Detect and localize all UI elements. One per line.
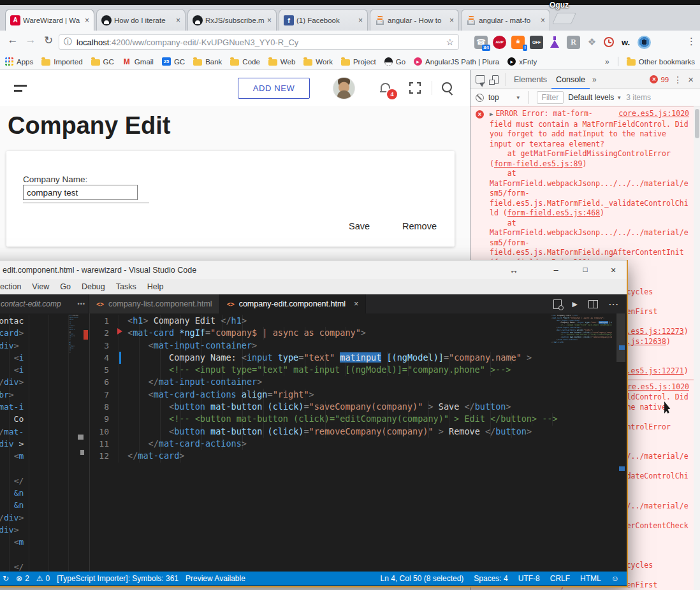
menu-ection[interactable]: ection xyxy=(0,282,21,291)
console-scrollbar[interactable] xyxy=(694,106,700,590)
left-editor-pane[interactable]: 1<h1>Contac2<mat-card>3 <div>4 <i5 <i6 <… xyxy=(0,315,69,572)
browser-tab[interactable]: RxJS/subscribe.m× xyxy=(187,9,277,31)
tab-close-icon[interactable]: × xyxy=(176,16,180,25)
editor-tab[interactable]: company-edit.component.html× xyxy=(220,294,367,313)
vscode-maximize-button[interactable]: □ xyxy=(579,265,592,274)
bookmarks-overflow-icon[interactable]: » xyxy=(605,57,609,66)
extension-wdot-icon[interactable] xyxy=(619,36,632,49)
browser-tab[interactable]: WareWizard | Wa× xyxy=(5,9,94,31)
search-icon[interactable] xyxy=(442,82,452,92)
extension-dropbox-icon[interactable] xyxy=(585,36,599,49)
log-levels-dropdown[interactable]: Default levels ▼ xyxy=(568,93,622,102)
cursor-position[interactable]: Ln 4, Col 50 (8 selected) xyxy=(381,574,464,583)
menu-help[interactable]: Help xyxy=(147,282,164,291)
minimap[interactable]: <h1> Company Edit </h1><mat-card *ngIf="… xyxy=(551,315,612,348)
overview-ruler[interactable] xyxy=(615,313,627,572)
clear-console-icon[interactable] xyxy=(476,94,484,102)
left-editor-group-tab[interactable]: contact-edit.comp ••• xyxy=(0,294,89,313)
tab-elements[interactable]: Elements xyxy=(509,70,551,89)
error-count-badge[interactable]: 99 xyxy=(650,75,669,83)
bookmark-item[interactable]: GC xyxy=(91,58,114,66)
page-info-icon[interactable]: ⓘ xyxy=(64,36,72,48)
bookmark-item[interactable]: AngularJS Path | Plura xyxy=(414,57,499,66)
extension-hubspot-icon[interactable]: ! xyxy=(511,36,525,49)
bookmark-item[interactable]: Gmail xyxy=(122,57,154,66)
company-name-input[interactable] xyxy=(23,185,138,200)
context-selector[interactable]: top ▼ xyxy=(488,93,521,102)
preview-available[interactable]: Preview Available xyxy=(186,574,245,583)
source-link[interactable]: core.es5.js:1020 xyxy=(618,109,689,119)
encoding[interactable]: UTF-8 xyxy=(518,574,540,583)
menu-go[interactable]: Go xyxy=(60,282,71,291)
editor-area[interactable]: 1<h1>Contac2<mat-card>3 <div>4 <i5 <i6 <… xyxy=(0,313,627,572)
menu-tasks[interactable]: Tasks xyxy=(116,282,136,291)
gutter-marker-icon[interactable] xyxy=(117,328,126,335)
tab-console[interactable]: Console xyxy=(551,70,590,89)
filter-input[interactable]: Filter xyxy=(537,91,564,104)
more-actions-icon[interactable]: ••• xyxy=(78,301,85,307)
stack-link[interactable]: form-field.es5.js:468 xyxy=(507,208,600,217)
devtools-menu-icon[interactable]: ⋮ xyxy=(669,75,687,85)
extension-rtool-icon[interactable] xyxy=(567,36,580,49)
sync-icon[interactable]: ↻ xyxy=(3,574,9,583)
extension-off-icon[interactable] xyxy=(530,36,543,49)
vscode-minimize-button[interactable]: – xyxy=(550,265,562,275)
scrollbar-thumb[interactable] xyxy=(695,109,699,138)
bookmark-item[interactable]: Code xyxy=(230,58,260,66)
bookmark-item[interactable]: xFnty xyxy=(507,57,537,66)
tab-close-icon[interactable]: × xyxy=(358,16,363,25)
browser-tab[interactable]: angular - How to× xyxy=(370,9,459,31)
back-button[interactable]: ← xyxy=(5,34,20,47)
save-button[interactable]: Save xyxy=(349,221,370,231)
problems-warnings[interactable]: ⚠ 0 xyxy=(36,574,50,583)
add-new-button[interactable]: ADD NEW xyxy=(238,78,310,99)
bookmark-item[interactable]: Work xyxy=(303,58,333,66)
browser-tab[interactable]: How do I iterate× xyxy=(96,9,186,31)
extension-eye-icon[interactable] xyxy=(638,36,651,49)
bookmark-item[interactable]: Bank xyxy=(193,58,222,66)
editor-more-icon[interactable]: ··· xyxy=(609,299,619,309)
extension-flask-icon[interactable] xyxy=(548,36,562,49)
bookmark-item[interactable]: Project xyxy=(341,58,376,66)
bookmark-item[interactable]: Imported xyxy=(41,58,82,66)
problems-errors[interactable]: ⊗ 2 xyxy=(16,574,29,583)
feedback-smiley-icon[interactable]: ☺ xyxy=(611,574,619,583)
eol-sequence[interactable]: CRLF xyxy=(550,574,570,583)
device-toolbar-icon[interactable] xyxy=(492,75,499,84)
browser-tab[interactable]: (1) Facebook× xyxy=(279,9,368,31)
indentation[interactable]: Spaces: 4 xyxy=(474,574,507,583)
tab-close-icon[interactable]: × xyxy=(449,16,454,25)
tab-close-icon[interactable]: × xyxy=(354,299,358,308)
forward-button[interactable]: → xyxy=(23,34,38,47)
stack-link[interactable]: form-field.es5.js:89 xyxy=(494,159,582,168)
menu-hamburger-icon[interactable] xyxy=(14,85,27,92)
editor-tab[interactable]: company-list.component.html xyxy=(89,294,220,313)
tab-close-icon[interactable]: × xyxy=(267,16,272,25)
extension-abp-icon[interactable] xyxy=(493,36,506,49)
open-preview-icon[interactable] xyxy=(553,299,562,309)
bookmark-item[interactable]: Web xyxy=(268,58,295,66)
bookmark-item[interactable]: GC xyxy=(162,57,185,66)
bookmark-star-icon[interactable]: ☆ xyxy=(446,37,454,47)
devtools-close-icon[interactable]: × xyxy=(687,74,696,85)
split-editor-icon[interactable] xyxy=(588,300,598,308)
fullscreen-icon[interactable] xyxy=(409,82,421,94)
browser-menu-icon[interactable]: ⋮ xyxy=(687,36,696,47)
bookmark-item[interactable]: Go xyxy=(384,57,405,66)
language-mode[interactable]: HTML xyxy=(580,574,601,583)
avatar[interactable] xyxy=(333,77,355,99)
extension-clock-icon[interactable] xyxy=(604,37,614,47)
source-link[interactable]: core.es5.js:1020 xyxy=(618,382,689,392)
inspect-element-icon[interactable] xyxy=(476,75,485,83)
run-icon[interactable]: ▶ xyxy=(572,300,578,308)
menu-view[interactable]: View xyxy=(32,282,49,291)
browser-tab[interactable]: angular - mat-fo× xyxy=(461,9,550,31)
expand-arrow-icon[interactable]: ▶ xyxy=(490,111,493,117)
tab-close-icon[interactable]: × xyxy=(541,16,545,25)
devtools-more-tabs-icon[interactable]: » xyxy=(590,75,599,84)
bookmark-item[interactable]: Apps xyxy=(5,57,33,66)
vscode-close-button[interactable]: × xyxy=(607,265,620,275)
vscode-titlebar[interactable]: edit.component.html - warewizard - Visua… xyxy=(0,260,627,279)
ts-importer-status[interactable]: [TypeScript Importer]: Symbols: 361 xyxy=(57,574,179,583)
layout-toggle-icon[interactable]: ↔ xyxy=(507,265,520,275)
